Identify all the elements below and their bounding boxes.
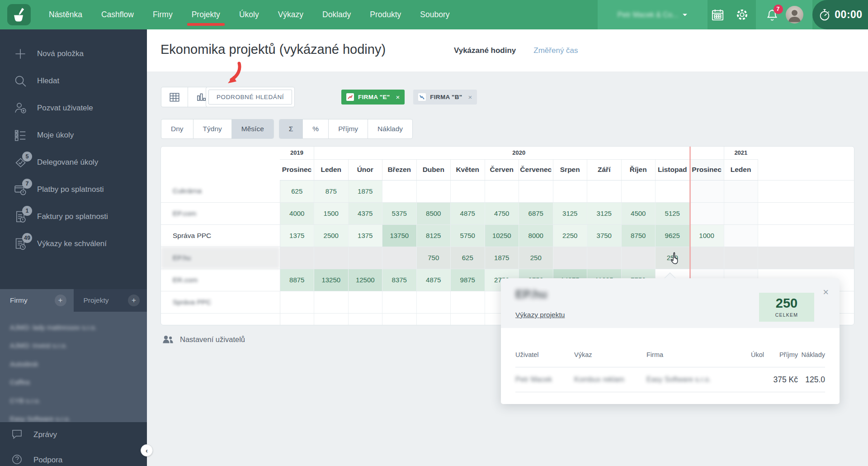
- heatmap-cell[interactable]: [724, 247, 758, 269]
- project-reports-link[interactable]: Výkazy projektu: [515, 311, 565, 319]
- metric-button-[interactable]: Σ: [279, 119, 303, 138]
- sidebar-item-v-kazy-ke-schv-len[interactable]: 49Výkazy ke schválení: [0, 230, 147, 257]
- heatmap-cell[interactable]: 8375: [382, 269, 417, 291]
- heatmap-cell[interactable]: 2250: [553, 224, 587, 247]
- heatmap-cell[interactable]: 6875: [519, 202, 553, 224]
- heatmap-cell[interactable]: [314, 247, 349, 269]
- sidebar-item-delegovan-koly[interactable]: 5Delegované úkoly: [0, 149, 147, 176]
- advanced-search-button[interactable]: PODROBNÉ HLEDÁNÍ: [206, 87, 295, 107]
- heatmap-cell[interactable]: 4375: [348, 202, 382, 224]
- heatmap-cell[interactable]: [280, 247, 314, 269]
- heatmap-cell[interactable]: [314, 291, 349, 313]
- heatmap-cell[interactable]: 1500: [314, 202, 349, 224]
- period-button-dny[interactable]: Dny: [161, 119, 193, 138]
- sidebar-item-zpr-vy[interactable]: Zprávy: [0, 422, 147, 447]
- heatmap-cell[interactable]: [621, 247, 656, 269]
- metric-button-p-jmy[interactable]: Příjmy: [329, 119, 368, 138]
- header-tab-zm-en-as[interactable]: Změřený čas: [533, 46, 578, 55]
- nav-item-n-st-nka[interactable]: Nástěnka: [49, 10, 82, 19]
- nav-item-soubory[interactable]: Soubory: [420, 10, 449, 19]
- heatmap-cell[interactable]: 5375: [382, 202, 417, 224]
- grid-view-button[interactable]: [161, 87, 188, 107]
- heatmap-cell[interactable]: [587, 180, 622, 202]
- sidebar-item-platby-po-splatnosti[interactable]: 7Platby po splatnosti: [0, 176, 147, 203]
- heatmap-cell[interactable]: [382, 291, 417, 313]
- heatmap-cell[interactable]: 625: [280, 180, 314, 202]
- heatmap-cell[interactable]: [348, 247, 382, 269]
- heatmap-cell[interactable]: 2500: [314, 224, 349, 247]
- easy-project-logo-icon[interactable]: [7, 4, 31, 25]
- nav-item-firmy[interactable]: Firmy: [153, 10, 173, 19]
- heatmap-cell[interactable]: 750: [416, 247, 451, 269]
- nav-item-cashflow[interactable]: Cashflow: [101, 10, 134, 19]
- heatmap-cell[interactable]: 13750: [382, 224, 417, 247]
- heatmap-cell[interactable]: [382, 180, 417, 202]
- project-row-label[interactable]: Cukrárna: [161, 180, 280, 202]
- heatmap-cell[interactable]: [689, 202, 724, 224]
- project-row-label[interactable]: EP.hu: [161, 247, 280, 269]
- heatmap-cell[interactable]: 250: [656, 247, 690, 269]
- period-button-t-dny[interactable]: Týdny: [193, 119, 232, 138]
- heatmap-cell[interactable]: [451, 180, 485, 202]
- heatmap-cell[interactable]: 4875: [416, 269, 451, 291]
- heatmap-cell[interactable]: 875: [314, 180, 349, 202]
- heatmap-cell[interactable]: 8875: [280, 269, 314, 291]
- add-projekty-icon[interactable]: +: [128, 295, 140, 306]
- heatmap-cell[interactable]: 8125: [416, 224, 451, 247]
- nav-item-produkty[interactable]: Produkty: [370, 10, 401, 19]
- sidebar-item-podpora[interactable]: Podpora: [0, 447, 147, 466]
- nav-item-doklady[interactable]: Doklady: [322, 10, 351, 19]
- heatmap-cell[interactable]: [724, 202, 758, 224]
- heatmap-cell[interactable]: 9875: [451, 269, 485, 291]
- heatmap-cell[interactable]: 4875: [451, 202, 485, 224]
- heatmap-cell[interactable]: 3125: [553, 202, 587, 224]
- company-selector[interactable]: Petr Macek & Co...: [598, 0, 708, 29]
- close-icon[interactable]: ×: [823, 286, 829, 298]
- heatmap-cell[interactable]: 8500: [416, 202, 451, 224]
- heatmap-cell[interactable]: [451, 291, 485, 313]
- add-firmy-icon[interactable]: +: [55, 295, 66, 306]
- heatmap-cell[interactable]: [416, 291, 451, 313]
- heatmap-cell[interactable]: [485, 180, 519, 202]
- sidebar-tab-projekty[interactable]: Projekty+: [74, 289, 147, 312]
- heatmap-cell[interactable]: [416, 180, 451, 202]
- heatmap-cell[interactable]: 9625: [656, 224, 690, 247]
- filter-chip-firma-b[interactable]: FIRMA "B"×: [413, 90, 477, 105]
- sidebar-collapse-button[interactable]: ‹: [141, 444, 153, 456]
- sidebar-item-hledat[interactable]: Hledat: [0, 67, 147, 95]
- heatmap-cell[interactable]: 10250: [485, 224, 519, 247]
- metric-button-n-klady[interactable]: Náklady: [368, 119, 412, 138]
- heatmap-cell[interactable]: [348, 291, 382, 313]
- heatmap-cell[interactable]: 625: [451, 247, 485, 269]
- heatmap-cell[interactable]: 13250: [314, 269, 349, 291]
- project-row-label[interactable]: Správa PPC: [161, 291, 280, 313]
- company-list-item[interactable]: Autodesk: [0, 355, 147, 373]
- heatmap-cell[interactable]: [724, 224, 758, 247]
- project-row-label[interactable]: Správa PPC: [161, 224, 280, 247]
- heatmap-cell[interactable]: [553, 247, 587, 269]
- heatmap-cell[interactable]: [689, 247, 724, 269]
- popup-table-row[interactable]: Petr MacekKombux reklamEasy Software s.r…: [515, 368, 825, 391]
- user-settings-link[interactable]: Nastavení uživatelů: [162, 333, 245, 346]
- heatmap-cell[interactable]: [280, 291, 314, 313]
- company-list-item[interactable]: AJMO: lady mattressov s.r.o.: [0, 318, 147, 337]
- filter-chip-firma-e[interactable]: FIRMA "E"×: [341, 90, 405, 105]
- sidebar-item-moje-koly[interactable]: Moje úkoly: [0, 122, 147, 149]
- nav-item-projekty[interactable]: Projekty: [192, 10, 220, 19]
- avatar[interactable]: [786, 6, 803, 24]
- sidebar-item-faktury-po-splatnosti[interactable]: 1Faktury po splatnosti: [0, 203, 147, 230]
- heatmap-cell[interactable]: [689, 180, 724, 202]
- heatmap-cell[interactable]: 1375: [348, 224, 382, 247]
- heatmap-cell[interactable]: 8750: [621, 224, 656, 247]
- heatmap-cell[interactable]: 12500: [348, 269, 382, 291]
- heatmap-cell[interactable]: 4750: [485, 202, 519, 224]
- project-row-label[interactable]: EP.com: [161, 202, 280, 224]
- sidebar-item-nov-polo-ka[interactable]: Nová položka: [0, 40, 147, 67]
- gear-icon[interactable]: [735, 8, 749, 22]
- heatmap-cell[interactable]: 3125: [587, 202, 622, 224]
- heatmap-cell[interactable]: [656, 180, 690, 202]
- heatmap-cell[interactable]: 5750: [451, 224, 485, 247]
- nav-item-koly[interactable]: Úkoly: [239, 10, 259, 19]
- heatmap-cell[interactable]: [724, 180, 758, 202]
- heatmap-cell[interactable]: [553, 180, 587, 202]
